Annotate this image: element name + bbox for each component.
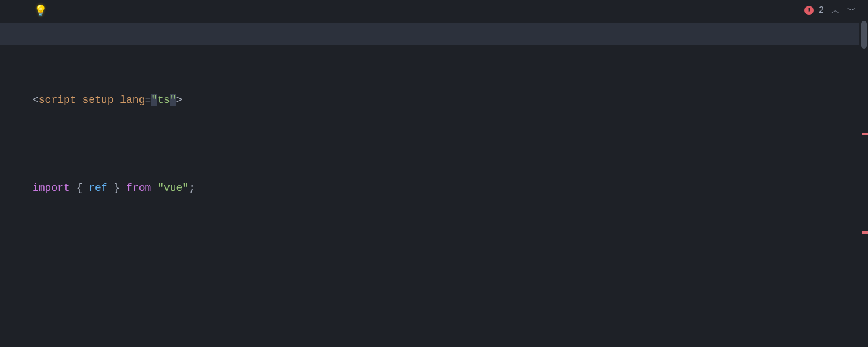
topbar-right: ! 2 ︿ ﹀: [804, 5, 860, 17]
punct: =: [145, 94, 151, 106]
error-icon[interactable]: !: [804, 6, 814, 15]
string-quote: ": [151, 94, 157, 106]
editor-topbar: 💡 ! 2 ︿ ﹀: [0, 0, 868, 21]
punct: {: [76, 182, 83, 194]
string-quote: ": [170, 94, 176, 106]
code-line[interactable]: [32, 265, 868, 287]
code-editor[interactable]: <script setup lang="ts"> import { ref } …: [0, 21, 868, 347]
topbar-left: 💡: [8, 4, 47, 17]
attr: setup: [82, 94, 113, 106]
keyword: from: [126, 182, 151, 194]
scrollbar-track[interactable]: [860, 21, 868, 347]
code-line[interactable]: <script setup lang="ts">: [32, 89, 868, 111]
identifier: ref: [89, 182, 107, 194]
angle-close: >: [176, 94, 183, 106]
punct: ;: [189, 182, 195, 194]
string: "vue": [157, 182, 189, 194]
lightbulb-icon[interactable]: 💡: [34, 4, 47, 17]
angle-open: <: [32, 94, 39, 106]
string-value: ts: [157, 94, 170, 106]
code-line[interactable]: import { ref } from "vue";: [32, 177, 868, 199]
keyword: import: [32, 182, 70, 194]
chevron-up-icon[interactable]: ︿: [831, 5, 840, 17]
error-count[interactable]: 2: [818, 5, 824, 16]
tag-name: script: [39, 94, 76, 106]
scrollbar-thumb[interactable]: [861, 21, 867, 49]
chevron-down-icon[interactable]: ﹀: [847, 5, 856, 17]
attr: lang: [120, 94, 145, 106]
punct: }: [113, 182, 120, 194]
